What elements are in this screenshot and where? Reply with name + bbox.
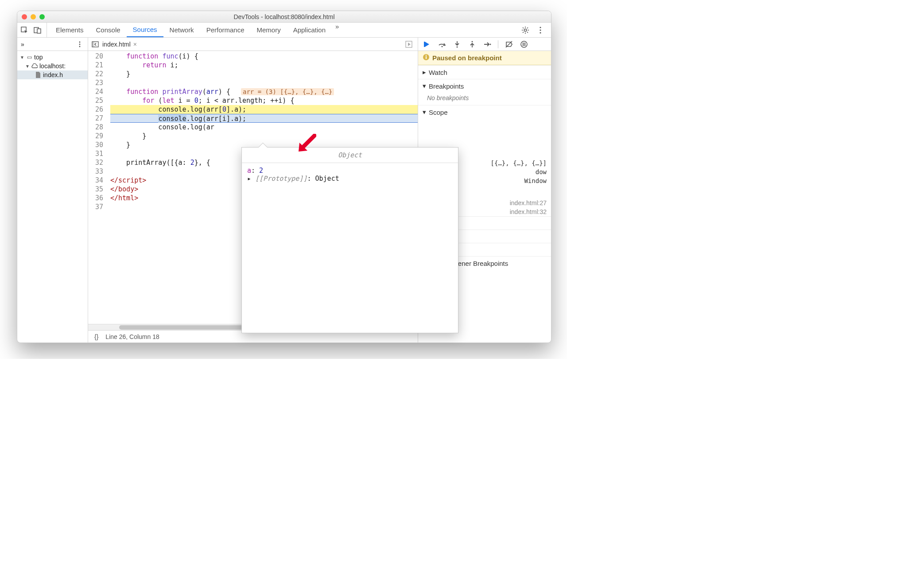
kebab-menu-icon[interactable]: [536, 26, 545, 35]
code-line[interactable]: console.log(arr[0].a);: [110, 105, 418, 114]
disclosure-triangle-icon[interactable]: ▼: [20, 55, 24, 60]
svg-point-15: [457, 46, 458, 47]
line-number[interactable]: 32: [88, 158, 103, 167]
line-number[interactable]: 33: [88, 167, 103, 176]
line-number[interactable]: 25: [88, 96, 103, 105]
svg-point-7: [79, 41, 81, 43]
line-number[interactable]: 24: [88, 87, 103, 96]
cloud-icon: [31, 63, 38, 69]
code-line[interactable]: [110, 78, 418, 87]
line-number[interactable]: 37: [88, 202, 103, 211]
tabs-overflow-button[interactable]: »: [335, 23, 339, 37]
svg-point-17: [490, 43, 491, 45]
breakpoints-section-header[interactable]: ▾ Breakpoints: [418, 79, 551, 93]
navigator-menu-icon[interactable]: [75, 40, 84, 49]
line-number[interactable]: 20: [88, 52, 103, 61]
step-out-button[interactable]: [468, 40, 477, 49]
tree-label: top: [34, 54, 43, 61]
scope-section-header[interactable]: ▾ Scope: [418, 105, 551, 119]
tab-elements[interactable]: Elements: [50, 23, 90, 37]
tab-application[interactable]: Application: [287, 23, 332, 37]
hover-popup-body: a: 2 ▸ [[Prototype]]: Object: [242, 163, 458, 186]
svg-rect-2: [37, 29, 41, 33]
editor-tabstrip: index.html ×: [88, 38, 418, 51]
disclosure-triangle-icon: ▾: [423, 108, 426, 116]
device-toolbar-icon[interactable]: [33, 26, 42, 35]
line-number[interactable]: 34: [88, 176, 103, 185]
svg-point-14: [442, 46, 443, 47]
line-number[interactable]: 26: [88, 105, 103, 114]
file-icon: [35, 72, 41, 78]
tree-label: localhost:: [39, 62, 66, 70]
line-number[interactable]: 28: [88, 123, 103, 132]
line-number[interactable]: 29: [88, 132, 103, 140]
editor-tab-close-icon[interactable]: ×: [133, 41, 137, 48]
tree-top-frame[interactable]: ▼ ▭ top: [17, 53, 88, 62]
disclosure-triangle-icon[interactable]: ▸: [247, 175, 251, 183]
callstack-location: index.html:27: [510, 199, 547, 206]
step-over-button[interactable]: [438, 40, 446, 49]
tab-sources[interactable]: Sources: [127, 23, 163, 37]
line-number[interactable]: 21: [88, 61, 103, 70]
disclosure-triangle-icon: ▾: [423, 82, 426, 90]
tab-network[interactable]: Network: [163, 23, 200, 37]
navigator-overflow[interactable]: »: [21, 41, 24, 48]
svg-rect-23: [426, 56, 427, 59]
code-line[interactable]: }: [110, 132, 418, 140]
tree-origin[interactable]: ▼ localhost:: [17, 62, 88, 70]
tab-performance[interactable]: Performance: [200, 23, 251, 37]
braces-icon[interactable]: {}: [94, 333, 98, 340]
code-line[interactable]: console.log(arr[i].a);: [110, 114, 418, 123]
cursor-position: Line 26, Column 18: [105, 333, 159, 340]
frame-icon: ▭: [26, 54, 32, 60]
settings-icon[interactable]: [521, 26, 530, 35]
file-tree: ▼ ▭ top ▼ localhost: index.h: [17, 51, 88, 81]
svg-rect-24: [426, 55, 427, 56]
section-label: Scope: [429, 109, 448, 116]
code-line[interactable]: function printArray(arr) { arr = (3) [{……: [110, 87, 418, 96]
svg-rect-11: [92, 42, 94, 47]
svg-point-19: [521, 41, 527, 47]
line-number[interactable]: 27: [88, 114, 103, 123]
paused-banner-text: Paused on breakpoint: [432, 54, 502, 62]
tree-file-indexhtml[interactable]: index.h: [17, 70, 88, 79]
tab-console[interactable]: Console: [90, 23, 127, 37]
inspect-element-icon[interactable]: [20, 26, 29, 35]
toggle-navigator-icon[interactable]: [91, 40, 100, 49]
svg-point-8: [79, 43, 81, 45]
line-number[interactable]: 36: [88, 194, 103, 202]
step-button[interactable]: [483, 40, 492, 49]
svg-rect-13: [424, 42, 425, 47]
object-property-row[interactable]: a: 2: [247, 167, 453, 175]
svg-rect-20: [523, 43, 524, 46]
line-number[interactable]: 22: [88, 70, 103, 78]
code-line[interactable]: function func(i) {: [110, 52, 418, 61]
prototype-value: Object: [315, 175, 339, 183]
line-number[interactable]: 30: [88, 140, 103, 149]
svg-point-4: [540, 27, 541, 28]
line-number[interactable]: 35: [88, 185, 103, 194]
debugger-controls: [418, 38, 551, 51]
line-number[interactable]: 23: [88, 78, 103, 87]
resume-button[interactable]: [423, 40, 431, 49]
deactivate-breakpoints-button[interactable]: [505, 40, 513, 49]
step-into-button[interactable]: [453, 40, 462, 49]
pause-on-exceptions-button[interactable]: [520, 40, 528, 49]
disclosure-triangle-icon[interactable]: ▼: [25, 64, 30, 69]
devtools-toolbar: Elements Console Sources Network Perform…: [17, 23, 551, 38]
run-snippet-icon[interactable]: [404, 40, 413, 49]
svg-point-9: [79, 46, 81, 47]
code-line[interactable]: for (let i = 0; i < arr.length; ++i) {: [110, 96, 418, 105]
editor-tab-indexhtml[interactable]: index.html ×: [100, 41, 140, 48]
line-gutter: 202122232425262728293031323334353637: [88, 51, 106, 324]
code-line[interactable]: return i;: [110, 61, 418, 70]
code-line[interactable]: console.log(ar: [110, 123, 418, 132]
tab-memory[interactable]: Memory: [251, 23, 287, 37]
line-number[interactable]: 31: [88, 149, 103, 158]
disclosure-triangle-icon: ▸: [423, 68, 426, 76]
tree-label: index.h: [43, 71, 63, 78]
object-prototype-row[interactable]: ▸ [[Prototype]]: Object: [247, 175, 453, 183]
callstack-location: index.html:32: [510, 208, 547, 215]
code-line[interactable]: }: [110, 70, 418, 78]
watch-section-header[interactable]: ▸ Watch: [418, 65, 551, 79]
